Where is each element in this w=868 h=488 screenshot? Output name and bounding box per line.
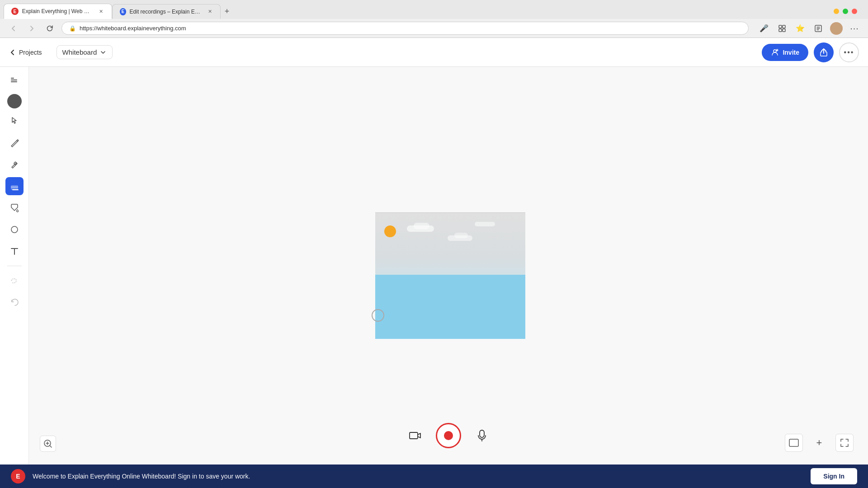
- share-button[interactable]: [814, 42, 834, 62]
- url-text: https://whiteboard.explaineverything.com: [80, 25, 186, 32]
- window-controls: [834, 9, 864, 14]
- svg-rect-17: [789, 439, 798, 446]
- favorites-star-button[interactable]: ⭐: [794, 22, 807, 35]
- maximize-button[interactable]: [843, 9, 848, 14]
- undo-button[interactable]: [5, 293, 24, 311]
- svg-rect-7: [11, 78, 14, 79]
- bottom-banner: E Welcome to Explain Everything Online W…: [0, 465, 868, 488]
- tab-title-2: Edit recordings – Explain Everyth...: [130, 9, 202, 15]
- whiteboard-scene: [372, 212, 525, 339]
- address-bar[interactable]: 🔒 https://whiteboard.explaineverything.c…: [61, 22, 749, 35]
- close-button[interactable]: [852, 9, 857, 14]
- svg-rect-9: [11, 81, 17, 82]
- more-options-button[interactable]: •••: [839, 42, 859, 62]
- sun-element: [384, 225, 396, 237]
- tab-close-1[interactable]: ✕: [97, 8, 104, 15]
- recording-toolbar: [405, 423, 492, 448]
- zoom-in-button[interactable]: [40, 436, 56, 452]
- tab-close-2[interactable]: ✕: [207, 8, 213, 15]
- cursor-tool-button[interactable]: [5, 112, 24, 130]
- ocean-element: [375, 275, 525, 339]
- color-picker-button[interactable]: [7, 94, 22, 108]
- eraser-tool-button[interactable]: [5, 177, 24, 195]
- collections-button[interactable]: [812, 22, 825, 35]
- lock-icon: 🔒: [69, 25, 76, 32]
- tab-favicon-2: E: [120, 8, 126, 15]
- banner-logo: E: [11, 469, 25, 483]
- svg-rect-15: [480, 430, 484, 437]
- fullscreen-button[interactable]: [835, 434, 854, 452]
- more-dots: •••: [844, 48, 854, 56]
- browser-more-button[interactable]: ···: [848, 22, 861, 35]
- cloud-2b: [454, 233, 468, 238]
- projects-label: Projects: [19, 49, 42, 56]
- browser-tab-2[interactable]: E Edit recordings – Explain Everyth... ✕: [112, 4, 221, 19]
- browser-tab-1[interactable]: E Explain Everything | Web W... ✕: [4, 4, 112, 19]
- add-slide-button[interactable]: +: [810, 434, 828, 452]
- banner-message: Welcome to Explain Everything Online Whi…: [33, 473, 803, 480]
- svg-rect-1: [783, 25, 785, 28]
- browser-chrome: E Explain Everything | Web W... ✕ E Edit…: [0, 0, 868, 38]
- microphone-button[interactable]: [472, 426, 492, 446]
- svg-rect-8: [11, 80, 17, 80]
- svg-rect-2: [779, 29, 782, 32]
- back-nav-button: [7, 22, 20, 35]
- tab-bar: E Explain Everything | Web W... ✕ E Edit…: [0, 0, 868, 19]
- text-tool-button[interactable]: [5, 242, 24, 260]
- pen-tool-button[interactable]: [5, 134, 24, 152]
- highlighter-tool-button[interactable]: [5, 155, 24, 174]
- cloud-3: [475, 222, 495, 226]
- record-button[interactable]: [436, 423, 461, 448]
- svg-rect-11: [11, 185, 18, 190]
- left-toolbar: [0, 67, 29, 484]
- bottom-right-tools: +: [785, 434, 854, 452]
- canvas-area: +: [29, 67, 868, 484]
- cloud-1b: [414, 223, 429, 229]
- camera-button[interactable]: [405, 426, 425, 446]
- whiteboard-label: Whiteboard: [62, 48, 97, 56]
- record-inner-circle: [444, 431, 453, 440]
- tab-favicon-1: E: [11, 8, 19, 15]
- main-content: +: [0, 67, 868, 484]
- refresh-button[interactable]: [43, 22, 56, 35]
- sign-in-button[interactable]: Sign In: [811, 468, 857, 484]
- shapes-tool-button[interactable]: [5, 221, 24, 239]
- slide-view-button[interactable]: [785, 434, 803, 452]
- invite-label: Invite: [783, 49, 799, 56]
- profile-avatar[interactable]: [830, 22, 843, 35]
- toolbar-divider: [7, 266, 22, 266]
- scene-border: [375, 212, 525, 213]
- whiteboard-title-button[interactable]: Whiteboard: [57, 45, 113, 59]
- tab-title-1: Explain Everything | Web W...: [22, 8, 92, 14]
- minimize-button[interactable]: [834, 9, 839, 14]
- fill-tool-button[interactable]: [5, 199, 24, 217]
- forward-nav-button: [25, 22, 38, 35]
- circle-element[interactable]: [372, 309, 384, 322]
- extensions-button[interactable]: [776, 22, 788, 35]
- app-container: Projects Whiteboard Invite •••: [0, 38, 868, 484]
- microphone-browser-button[interactable]: 🎤: [758, 22, 770, 35]
- back-to-projects-button[interactable]: Projects: [9, 49, 42, 56]
- banner-logo-letter: E: [16, 473, 20, 480]
- header-right: Invite •••: [762, 42, 859, 62]
- profile-button[interactable]: [830, 22, 843, 35]
- move-tool-button[interactable]: [5, 72, 24, 90]
- svg-rect-3: [783, 29, 785, 32]
- app-header: Projects Whiteboard Invite •••: [0, 38, 868, 67]
- invite-button[interactable]: Invite: [762, 44, 808, 61]
- browser-actions: 🎤 ⭐ ···: [758, 22, 861, 35]
- svg-rect-14: [410, 432, 418, 439]
- svg-rect-0: [779, 25, 782, 28]
- svg-point-12: [11, 226, 18, 233]
- new-tab-button[interactable]: +: [221, 5, 233, 18]
- stickers-tool-button[interactable]: [5, 272, 24, 290]
- address-bar-row: 🔒 https://whiteboard.explaineverything.c…: [0, 19, 868, 38]
